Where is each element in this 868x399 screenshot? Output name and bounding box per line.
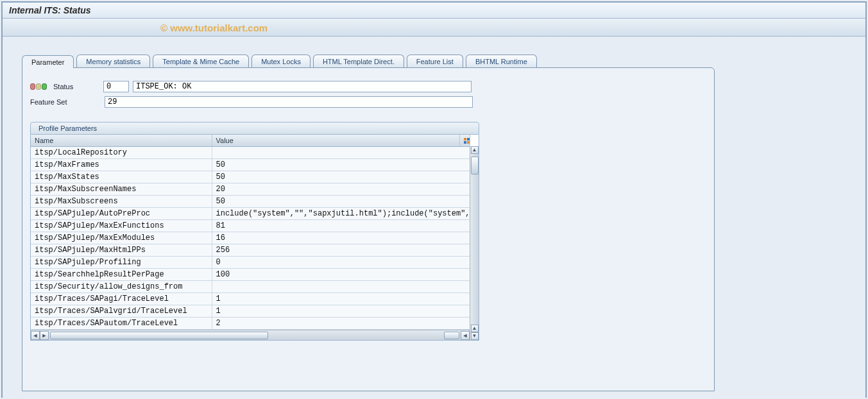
tab-parameter[interactable]: Parameter [22, 55, 74, 68]
status-text-field[interactable] [133, 81, 472, 92]
table-row[interactable]: itsp/SAPjulep/MaxExFunctions81 [31, 220, 470, 232]
cell-name[interactable]: itsp/MaxSubscreenNames [31, 183, 212, 196]
cell-value[interactable] [212, 281, 470, 293]
status-label: Status [53, 83, 99, 90]
cell-name[interactable]: itsp/SAPjulep/MaxExModules [31, 232, 212, 244]
watermark-text: © www.tutorialkart.com [160, 22, 268, 33]
cell-value[interactable]: 81 [212, 220, 470, 232]
cell-value[interactable]: 50 [212, 159, 470, 171]
cell-name[interactable]: itsp/Traces/SAPalvgrid/TraceLevel [31, 305, 212, 318]
table-row[interactable]: itsp/MaxSubscreenNames20 [31, 183, 470, 196]
cell-name[interactable]: itsp/SearchhelpResultPerPage [31, 269, 212, 281]
cell-name[interactable]: itsp/SAPjulep/AutoPreProc [31, 208, 212, 220]
scroll-right-icon[interactable]: ► [40, 331, 49, 340]
tab-template-mime-cache[interactable]: Template & Mime Cache [153, 55, 249, 67]
cell-name[interactable]: itsp/Security/allow_designs_from [31, 281, 212, 293]
table-row[interactable]: itsp/MaxFrames50 [31, 159, 470, 171]
table-row[interactable]: itsp/SAPjulep/AutoPreProcinclude("system… [31, 208, 470, 220]
table-row[interactable]: itsp/SAPjulep/Profiling0 [31, 257, 470, 269]
scroll-up2-icon[interactable]: ▲ [471, 325, 479, 332]
cell-name[interactable]: itsp/LocalRepository [31, 147, 212, 159]
table-row[interactable]: itsp/SAPjulep/MaxHtmlPPs256 [31, 244, 470, 257]
profile-parameters-table: Name Value itsp/LocalRepositoryitsp/MaxF… [31, 135, 470, 330]
tab-feature-list[interactable]: Feature List [407, 55, 463, 67]
scroll-thumb-h2[interactable] [444, 332, 459, 339]
scroll-left2-icon[interactable]: ◄ [461, 331, 470, 340]
cell-value[interactable]: 50 [212, 171, 470, 183]
cell-name[interactable]: itsp/Traces/SAPautom/TraceLevel [31, 318, 212, 330]
tab-html-template-direct[interactable]: HTML Template Direct. [313, 55, 404, 67]
cell-name[interactable]: itsp/MaxSubscreens [31, 196, 212, 208]
table-row[interactable]: itsp/Traces/SAPalvgrid/TraceLevel1 [31, 305, 470, 318]
scroll-left-icon[interactable]: ◄ [31, 331, 40, 340]
svg-rect-1 [467, 138, 470, 140]
table-row[interactable]: itsp/LocalRepository [31, 147, 470, 159]
cell-value[interactable]: 2 [212, 318, 470, 330]
vertical-scrollbar[interactable]: ▲ ▲ ▼ [470, 146, 479, 340]
cell-value[interactable] [212, 147, 470, 159]
feature-set-field[interactable] [105, 96, 473, 108]
scroll-thumb-h[interactable] [50, 332, 268, 339]
table-row[interactable]: itsp/Traces/SAPagi/TraceLevel1 [31, 293, 470, 305]
tab-mutex-locks[interactable]: Mutex Locks [251, 55, 311, 67]
cell-name[interactable]: itsp/SAPjulep/MaxHtmlPPs [31, 244, 212, 257]
cell-value[interactable]: 1 [212, 305, 470, 318]
traffic-light-icon [30, 83, 47, 90]
svg-rect-2 [464, 141, 466, 144]
scroll-thumb[interactable] [471, 157, 479, 174]
cell-value[interactable]: 50 [212, 196, 470, 208]
table-row[interactable]: itsp/MaxSubscreens50 [31, 196, 470, 208]
cell-value[interactable]: 0 [212, 257, 470, 269]
svg-rect-0 [464, 138, 466, 140]
table-row[interactable]: itsp/MaxStates50 [31, 171, 470, 183]
feature-set-label: Feature Set [30, 98, 101, 106]
table-row[interactable]: itsp/SearchhelpResultPerPage100 [31, 269, 470, 281]
toolbar: © www.tutorialkart.com [3, 19, 865, 37]
cell-name[interactable]: itsp/Traces/SAPagi/TraceLevel [31, 293, 212, 305]
column-header-value[interactable]: Value [212, 135, 459, 147]
tab-memory-statistics[interactable]: Memory statistics [76, 55, 150, 67]
column-header-name[interactable]: Name [31, 135, 212, 147]
cell-value[interactable]: 20 [212, 183, 470, 196]
cell-name[interactable]: itsp/SAPjulep/Profiling [31, 257, 212, 269]
tab-panel-parameter: Status Feature Set Profile Parameters [22, 67, 715, 391]
profile-parameters-group: Profile Parameters Name Value [30, 122, 479, 341]
table-settings-icon[interactable] [459, 135, 470, 147]
table-row[interactable]: itsp/Security/allow_designs_from [31, 281, 470, 293]
profile-parameters-title: Profile Parameters [30, 122, 479, 135]
scroll-down-icon[interactable]: ▼ [471, 332, 479, 340]
svg-rect-3 [467, 141, 470, 144]
page-title: Internal ITS: Status [3, 3, 865, 19]
cell-value[interactable]: 1 [212, 293, 470, 305]
cell-name[interactable]: itsp/SAPjulep/MaxExFunctions [31, 220, 212, 232]
cell-value[interactable]: 256 [212, 244, 470, 257]
cell-name[interactable]: itsp/MaxFrames [31, 159, 212, 171]
tabstrip: Parameter Memory statistics Template & M… [14, 49, 854, 67]
table-row[interactable]: itsp/Traces/SAPautom/TraceLevel2 [31, 318, 470, 330]
cell-value[interactable]: include("system","","sapxjutil.html");in… [212, 208, 470, 220]
cell-value[interactable]: 16 [212, 232, 470, 244]
tab-bhtml-runtime[interactable]: BHTML Runtime [466, 55, 537, 67]
scroll-up-icon[interactable]: ▲ [471, 146, 479, 154]
cell-value[interactable]: 100 [212, 269, 470, 281]
status-code-field[interactable] [103, 81, 129, 92]
table-row[interactable]: itsp/SAPjulep/MaxExModules16 [31, 232, 470, 244]
horizontal-scrollbar[interactable]: ◄ ► ◄ ► [31, 330, 479, 340]
cell-name[interactable]: itsp/MaxStates [31, 171, 212, 183]
